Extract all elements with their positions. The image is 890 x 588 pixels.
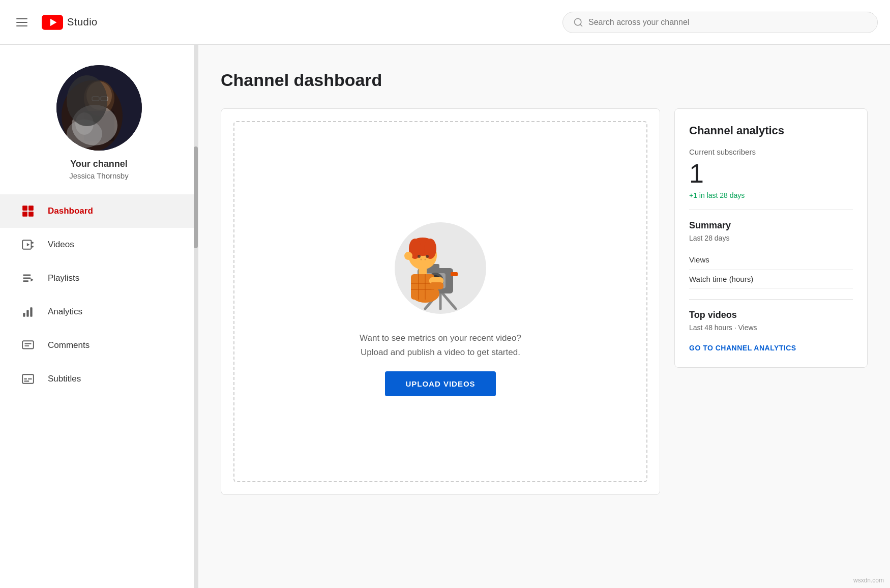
sidebar-item-label-dashboard: Dashboard	[48, 206, 93, 216]
watermark: wsxdn.com	[853, 577, 884, 584]
svg-rect-14	[28, 205, 34, 211]
svg-point-51	[418, 255, 421, 258]
svg-point-11	[67, 120, 102, 148]
search-bar	[562, 12, 878, 33]
playlists-icon	[20, 271, 36, 286]
nav-list: Dashboard Videos	[0, 194, 198, 396]
svg-marker-18	[27, 243, 29, 247]
page-title: Channel dashboard	[221, 70, 868, 90]
subscribers-delta: +1 in last 28 days	[689, 191, 853, 199]
svg-rect-20	[32, 246, 34, 247]
svg-point-12	[75, 112, 94, 135]
svg-line-3	[580, 24, 582, 26]
avatar[interactable]	[56, 65, 142, 151]
upload-description: Want to see metrics on your recent video…	[360, 331, 521, 359]
top-videos-subtitle: Last 48 hours · Views	[689, 324, 853, 332]
sidebar-item-comments[interactable]: Comments	[0, 329, 198, 362]
upload-drop-zone[interactable]: Want to see metrics on your recent video…	[233, 121, 647, 482]
top-videos-title: Top videos	[689, 310, 853, 320]
sidebar: Your channel Jessica Thornsby Dashboard	[0, 45, 198, 588]
scrollbar-thumb[interactable]	[194, 146, 198, 248]
sidebar-item-label-playlists: Playlists	[48, 273, 79, 283]
main-body: Your channel Jessica Thornsby Dashboard	[0, 45, 890, 588]
analytics-icon	[20, 304, 36, 319]
dashboard-icon	[20, 203, 36, 219]
youtube-logo-icon	[42, 15, 63, 30]
dashboard-grid: Want to see metrics on your recent video…	[221, 108, 868, 495]
sidebar-item-dashboard[interactable]: Dashboard	[0, 194, 198, 228]
svg-rect-27	[30, 307, 32, 316]
avatar-svg	[56, 65, 142, 151]
svg-rect-9	[92, 97, 99, 101]
svg-rect-15	[22, 212, 27, 217]
analytics-card: Channel analytics Current subscribers 1 …	[674, 108, 868, 368]
svg-point-55	[404, 252, 412, 260]
subscribers-count: 1	[689, 159, 853, 188]
studio-label: Studio	[67, 16, 98, 28]
comments-icon	[20, 338, 36, 353]
sidebar-item-label-analytics: Analytics	[48, 307, 82, 317]
svg-rect-26	[26, 310, 28, 317]
svg-marker-24	[31, 278, 33, 282]
svg-rect-21	[23, 274, 31, 276]
svg-rect-7	[84, 111, 114, 141]
svg-rect-25	[23, 313, 25, 317]
subscribers-label: Current subscribers	[689, 148, 853, 156]
analytics-card-title: Channel analytics	[689, 124, 853, 137]
svg-rect-28	[22, 341, 34, 348]
svg-point-53	[421, 259, 422, 260]
search-input[interactable]	[588, 18, 867, 27]
svg-rect-10	[101, 97, 108, 101]
sidebar-item-analytics[interactable]: Analytics	[0, 295, 198, 329]
upload-videos-button[interactable]: UPLOAD VIDEOS	[385, 371, 495, 396]
camera-illustration	[384, 207, 496, 319]
hamburger-button[interactable]	[12, 14, 32, 31]
svg-rect-22	[23, 277, 31, 279]
svg-rect-45	[451, 272, 458, 276]
svg-point-8	[86, 81, 112, 110]
svg-rect-13	[22, 205, 27, 211]
sidebar-item-videos[interactable]: Videos	[0, 228, 198, 261]
sidebar-item-subtitles[interactable]: Subtitles	[0, 362, 198, 396]
svg-point-52	[426, 255, 429, 258]
summary-subtitle: Last 28 days	[689, 234, 853, 242]
logo-link[interactable]: Studio	[42, 15, 98, 30]
svg-rect-63	[429, 282, 443, 289]
top-nav: Studio	[0, 0, 890, 45]
content-area: Channel dashboard	[198, 45, 890, 588]
sidebar-item-label-subtitles: Subtitles	[48, 374, 81, 384]
channel-name: Your channel	[70, 159, 128, 169]
search-icon	[573, 17, 583, 27]
sidebar-item-label-videos: Videos	[48, 240, 74, 250]
upload-card: Want to see metrics on your recent video…	[221, 108, 660, 495]
avatar-image	[56, 65, 142, 151]
go-to-channel-analytics-link[interactable]: GO TO CHANNEL ANALYTICS	[689, 344, 853, 352]
sidebar-item-label-comments: Comments	[48, 340, 90, 350]
divider-1	[689, 210, 853, 210]
svg-point-54	[425, 259, 426, 260]
channel-handle: Jessica Thornsby	[69, 171, 128, 180]
summary-title: Summary	[689, 220, 853, 231]
metric-watchtime: Watch time (hours)	[689, 270, 853, 289]
metric-views: Views	[689, 250, 853, 270]
sidebar-item-playlists[interactable]: Playlists	[0, 261, 198, 295]
svg-rect-19	[32, 242, 34, 244]
svg-rect-23	[23, 280, 28, 282]
divider-2	[689, 299, 853, 300]
avatar-area: Your channel Jessica Thornsby	[56, 65, 142, 180]
videos-icon	[20, 237, 36, 252]
svg-rect-16	[28, 212, 34, 217]
scrollbar-track	[194, 45, 198, 588]
subtitles-icon	[20, 371, 36, 387]
